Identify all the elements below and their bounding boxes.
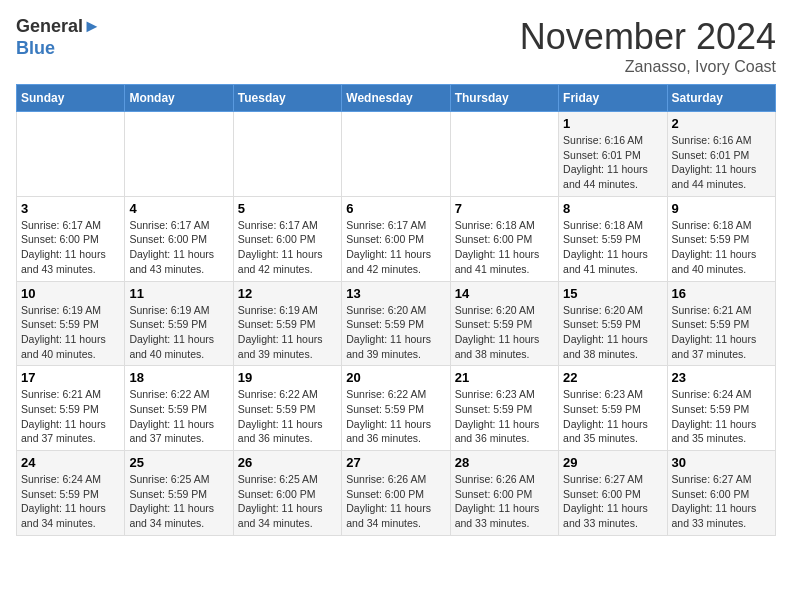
calendar-cell: 25Sunrise: 6:25 AM Sunset: 5:59 PM Dayli…	[125, 451, 233, 536]
weekday-header: Saturday	[667, 85, 775, 112]
location: Zanasso, Ivory Coast	[520, 58, 776, 76]
day-info: Sunrise: 6:22 AM Sunset: 5:59 PM Dayligh…	[238, 387, 337, 446]
calendar-cell: 24Sunrise: 6:24 AM Sunset: 5:59 PM Dayli…	[17, 451, 125, 536]
calendar-cell: 9Sunrise: 6:18 AM Sunset: 5:59 PM Daylig…	[667, 196, 775, 281]
day-info: Sunrise: 6:23 AM Sunset: 5:59 PM Dayligh…	[563, 387, 662, 446]
day-number: 29	[563, 455, 662, 470]
day-number: 22	[563, 370, 662, 385]
day-number: 4	[129, 201, 228, 216]
day-info: Sunrise: 6:27 AM Sunset: 6:00 PM Dayligh…	[672, 472, 771, 531]
day-info: Sunrise: 6:27 AM Sunset: 6:00 PM Dayligh…	[563, 472, 662, 531]
calendar-cell: 13Sunrise: 6:20 AM Sunset: 5:59 PM Dayli…	[342, 281, 450, 366]
day-info: Sunrise: 6:18 AM Sunset: 6:00 PM Dayligh…	[455, 218, 554, 277]
day-number: 19	[238, 370, 337, 385]
day-info: Sunrise: 6:25 AM Sunset: 5:59 PM Dayligh…	[129, 472, 228, 531]
day-number: 20	[346, 370, 445, 385]
day-info: Sunrise: 6:19 AM Sunset: 5:59 PM Dayligh…	[238, 303, 337, 362]
day-info: Sunrise: 6:24 AM Sunset: 5:59 PM Dayligh…	[672, 387, 771, 446]
day-number: 2	[672, 116, 771, 131]
day-number: 8	[563, 201, 662, 216]
day-info: Sunrise: 6:18 AM Sunset: 5:59 PM Dayligh…	[672, 218, 771, 277]
day-number: 24	[21, 455, 120, 470]
day-info: Sunrise: 6:20 AM Sunset: 5:59 PM Dayligh…	[346, 303, 445, 362]
weekday-header: Thursday	[450, 85, 558, 112]
calendar-week-row: 1Sunrise: 6:16 AM Sunset: 6:01 PM Daylig…	[17, 112, 776, 197]
day-number: 21	[455, 370, 554, 385]
title-block: November 2024 Zanasso, Ivory Coast	[520, 16, 776, 76]
day-number: 28	[455, 455, 554, 470]
day-number: 26	[238, 455, 337, 470]
calendar-cell	[17, 112, 125, 197]
calendar-cell: 11Sunrise: 6:19 AM Sunset: 5:59 PM Dayli…	[125, 281, 233, 366]
day-info: Sunrise: 6:22 AM Sunset: 5:59 PM Dayligh…	[346, 387, 445, 446]
day-number: 18	[129, 370, 228, 385]
calendar-week-row: 3Sunrise: 6:17 AM Sunset: 6:00 PM Daylig…	[17, 196, 776, 281]
calendar-cell: 3Sunrise: 6:17 AM Sunset: 6:00 PM Daylig…	[17, 196, 125, 281]
weekday-header: Sunday	[17, 85, 125, 112]
calendar-cell: 30Sunrise: 6:27 AM Sunset: 6:00 PM Dayli…	[667, 451, 775, 536]
day-number: 15	[563, 286, 662, 301]
calendar-cell: 17Sunrise: 6:21 AM Sunset: 5:59 PM Dayli…	[17, 366, 125, 451]
day-info: Sunrise: 6:25 AM Sunset: 6:00 PM Dayligh…	[238, 472, 337, 531]
calendar-cell: 5Sunrise: 6:17 AM Sunset: 6:00 PM Daylig…	[233, 196, 341, 281]
day-number: 1	[563, 116, 662, 131]
day-number: 25	[129, 455, 228, 470]
weekday-header: Tuesday	[233, 85, 341, 112]
day-number: 27	[346, 455, 445, 470]
day-number: 5	[238, 201, 337, 216]
weekday-header: Wednesday	[342, 85, 450, 112]
calendar-table: SundayMondayTuesdayWednesdayThursdayFrid…	[16, 84, 776, 536]
calendar-week-row: 24Sunrise: 6:24 AM Sunset: 5:59 PM Dayli…	[17, 451, 776, 536]
calendar-week-row: 17Sunrise: 6:21 AM Sunset: 5:59 PM Dayli…	[17, 366, 776, 451]
day-number: 13	[346, 286, 445, 301]
calendar-cell: 12Sunrise: 6:19 AM Sunset: 5:59 PM Dayli…	[233, 281, 341, 366]
calendar-cell: 6Sunrise: 6:17 AM Sunset: 6:00 PM Daylig…	[342, 196, 450, 281]
day-info: Sunrise: 6:21 AM Sunset: 5:59 PM Dayligh…	[672, 303, 771, 362]
calendar-cell: 8Sunrise: 6:18 AM Sunset: 5:59 PM Daylig…	[559, 196, 667, 281]
calendar-cell: 28Sunrise: 6:26 AM Sunset: 6:00 PM Dayli…	[450, 451, 558, 536]
day-info: Sunrise: 6:20 AM Sunset: 5:59 PM Dayligh…	[455, 303, 554, 362]
calendar-cell: 19Sunrise: 6:22 AM Sunset: 5:59 PM Dayli…	[233, 366, 341, 451]
day-info: Sunrise: 6:17 AM Sunset: 6:00 PM Dayligh…	[238, 218, 337, 277]
weekday-header: Friday	[559, 85, 667, 112]
calendar-cell	[125, 112, 233, 197]
calendar-cell: 14Sunrise: 6:20 AM Sunset: 5:59 PM Dayli…	[450, 281, 558, 366]
calendar-cell: 10Sunrise: 6:19 AM Sunset: 5:59 PM Dayli…	[17, 281, 125, 366]
day-info: Sunrise: 6:17 AM Sunset: 6:00 PM Dayligh…	[346, 218, 445, 277]
day-number: 30	[672, 455, 771, 470]
calendar-cell: 20Sunrise: 6:22 AM Sunset: 5:59 PM Dayli…	[342, 366, 450, 451]
calendar-cell: 4Sunrise: 6:17 AM Sunset: 6:00 PM Daylig…	[125, 196, 233, 281]
weekday-header-row: SundayMondayTuesdayWednesdayThursdayFrid…	[17, 85, 776, 112]
calendar-cell: 15Sunrise: 6:20 AM Sunset: 5:59 PM Dayli…	[559, 281, 667, 366]
logo: General► Blue	[16, 16, 101, 59]
calendar-cell: 27Sunrise: 6:26 AM Sunset: 6:00 PM Dayli…	[342, 451, 450, 536]
day-info: Sunrise: 6:17 AM Sunset: 6:00 PM Dayligh…	[21, 218, 120, 277]
day-info: Sunrise: 6:19 AM Sunset: 5:59 PM Dayligh…	[129, 303, 228, 362]
calendar-cell: 21Sunrise: 6:23 AM Sunset: 5:59 PM Dayli…	[450, 366, 558, 451]
calendar-cell	[233, 112, 341, 197]
day-number: 6	[346, 201, 445, 216]
calendar-cell: 29Sunrise: 6:27 AM Sunset: 6:00 PM Dayli…	[559, 451, 667, 536]
calendar-cell: 1Sunrise: 6:16 AM Sunset: 6:01 PM Daylig…	[559, 112, 667, 197]
day-number: 12	[238, 286, 337, 301]
day-info: Sunrise: 6:24 AM Sunset: 5:59 PM Dayligh…	[21, 472, 120, 531]
day-info: Sunrise: 6:23 AM Sunset: 5:59 PM Dayligh…	[455, 387, 554, 446]
day-number: 17	[21, 370, 120, 385]
day-number: 14	[455, 286, 554, 301]
day-info: Sunrise: 6:19 AM Sunset: 5:59 PM Dayligh…	[21, 303, 120, 362]
day-info: Sunrise: 6:22 AM Sunset: 5:59 PM Dayligh…	[129, 387, 228, 446]
calendar-cell: 16Sunrise: 6:21 AM Sunset: 5:59 PM Dayli…	[667, 281, 775, 366]
calendar-cell: 26Sunrise: 6:25 AM Sunset: 6:00 PM Dayli…	[233, 451, 341, 536]
day-info: Sunrise: 6:16 AM Sunset: 6:01 PM Dayligh…	[672, 133, 771, 192]
day-info: Sunrise: 6:26 AM Sunset: 6:00 PM Dayligh…	[455, 472, 554, 531]
day-info: Sunrise: 6:18 AM Sunset: 5:59 PM Dayligh…	[563, 218, 662, 277]
calendar-cell	[342, 112, 450, 197]
weekday-header: Monday	[125, 85, 233, 112]
month-title: November 2024	[520, 16, 776, 58]
day-info: Sunrise: 6:21 AM Sunset: 5:59 PM Dayligh…	[21, 387, 120, 446]
day-info: Sunrise: 6:20 AM Sunset: 5:59 PM Dayligh…	[563, 303, 662, 362]
calendar-cell: 7Sunrise: 6:18 AM Sunset: 6:00 PM Daylig…	[450, 196, 558, 281]
calendar-cell: 23Sunrise: 6:24 AM Sunset: 5:59 PM Dayli…	[667, 366, 775, 451]
day-number: 3	[21, 201, 120, 216]
day-number: 10	[21, 286, 120, 301]
